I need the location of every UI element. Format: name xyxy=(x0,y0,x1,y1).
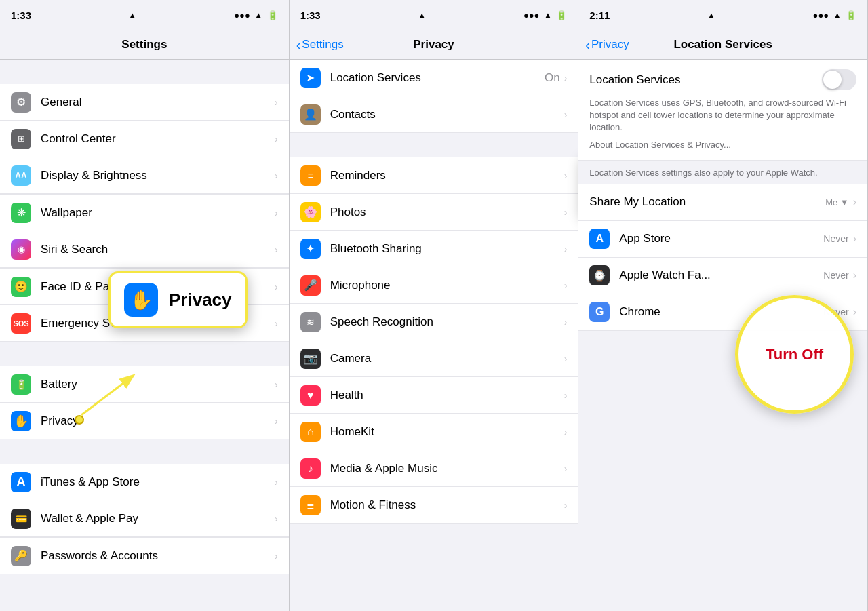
loc-services-link[interactable]: About Location Services & Privacy... xyxy=(589,140,731,150)
microphone-chevron: › xyxy=(564,280,568,291)
general-label: General xyxy=(41,96,275,109)
status-bar-2: 1:33 ▲ ●●● ▲ 🔋 xyxy=(290,0,578,30)
reminders-chevron: › xyxy=(564,170,568,181)
row-wallet[interactable]: 💳 Wallet & Apple Pay › xyxy=(0,500,289,537)
row-reminders[interactable]: ≡ Reminders › xyxy=(290,157,578,194)
turn-off-circle: Turn Off xyxy=(735,295,854,414)
location-label: Location Services xyxy=(330,71,545,85)
status-icons-1: ●●● ▲ 🔋 xyxy=(234,10,277,20)
privacy-yellow-dot xyxy=(75,415,84,427)
toggle-knob xyxy=(823,71,842,89)
row-itunes[interactable]: A iTunes & App Store › xyxy=(0,464,289,500)
battery-icon: 🔋 xyxy=(267,10,278,20)
app-store-row[interactable]: A App Store Never › xyxy=(578,221,867,258)
turn-off-circle-text: Turn Off xyxy=(766,346,823,363)
siri-icon: ◉ xyxy=(11,239,31,260)
display-chevron: › xyxy=(275,170,278,181)
time-2: 1:33 xyxy=(300,9,321,21)
reminders-label: Reminders xyxy=(330,169,564,182)
back-to-privacy[interactable]: ‹ Privacy xyxy=(585,38,629,52)
wallpaper-chevron: › xyxy=(275,208,278,218)
control-center-label: Control Center xyxy=(41,132,275,146)
row-contacts[interactable]: 👤 Contacts › xyxy=(290,96,578,133)
row-wallpaper[interactable]: ❋ Wallpaper › xyxy=(0,195,289,231)
row-privacy[interactable]: ✋ Privacy › xyxy=(0,403,289,439)
share-loc-chevron: › xyxy=(853,196,856,208)
control-center-icon: ⊞ xyxy=(11,129,31,149)
reminders-icon: ≡ xyxy=(300,165,321,186)
nav-title-1: Settings xyxy=(121,38,167,52)
homekit-icon: ⌂ xyxy=(300,422,321,442)
contacts-chevron: › xyxy=(564,109,568,120)
row-location[interactable]: ➤ Location Services On › xyxy=(290,60,578,96)
row-photos[interactable]: 🌸 Photos › xyxy=(290,194,578,231)
row-motion[interactable]: ≣ Motion & Fitness › xyxy=(290,487,578,524)
camera-icon: 📷 xyxy=(300,349,321,369)
row-microphone[interactable]: 🎤 Microphone › xyxy=(290,267,578,304)
nav-bar-3: ‹ Privacy Location Services xyxy=(578,30,867,60)
apple-watch-icon: ⌚ xyxy=(589,265,610,285)
motion-chevron: › xyxy=(564,500,568,511)
app-store-chevron: › xyxy=(853,233,856,245)
photos-label: Photos xyxy=(330,205,564,219)
loc-title-row: Location Services xyxy=(589,69,856,90)
share-my-location-row[interactable]: Share My Location Me ▼ › xyxy=(578,184,867,221)
health-icon: ♥ xyxy=(300,385,321,406)
wallet-chevron: › xyxy=(275,513,278,524)
signal-icon-2: ●●● xyxy=(524,10,540,20)
apple-watch-row[interactable]: ⌚ Apple Watch Fa... Never › xyxy=(578,258,867,294)
speech-label: Speech Recognition xyxy=(330,315,564,329)
panel-privacy: 1:33 ▲ ●●● ▲ 🔋 ‹ Settings Privacy ➤ Loca… xyxy=(290,0,579,611)
media-chevron: › xyxy=(564,463,568,474)
camera-label: Camera xyxy=(330,352,564,366)
emergency-chevron: › xyxy=(275,318,278,329)
speech-chevron: › xyxy=(564,317,568,328)
bluetooth-label: Bluetooth Sharing xyxy=(330,242,564,256)
apple-watch-chevron: › xyxy=(853,269,856,281)
panel-location-services: 2:11 ▲ ●●● ▲ 🔋 ‹ Privacy Location Servic… xyxy=(578,0,868,611)
back-to-settings[interactable]: ‹ Settings xyxy=(296,38,344,52)
display-icon: AA xyxy=(11,165,31,186)
photos-icon: 🌸 xyxy=(300,202,321,222)
microphone-icon: 🎤 xyxy=(300,275,321,296)
row-general[interactable]: ⚙ General › xyxy=(0,84,289,121)
privacy-popup-icon: ✋ xyxy=(124,283,158,317)
nav-bar-2: ‹ Settings Privacy xyxy=(290,30,578,60)
microphone-label: Microphone xyxy=(330,279,564,292)
row-display[interactable]: AA Display & Brightness › xyxy=(0,157,289,194)
row-camera[interactable]: 📷 Camera › xyxy=(290,340,578,377)
wallet-label: Wallet & Apple Pay xyxy=(41,512,275,526)
row-health[interactable]: ♥ Health › xyxy=(290,377,578,414)
wallpaper-label: Wallpaper xyxy=(41,206,275,220)
signal-icon-3: ●●● xyxy=(813,10,829,20)
back-label-3[interactable]: Privacy xyxy=(591,38,629,52)
passwords-icon: 🔑 xyxy=(11,546,31,566)
row-passwords[interactable]: 🔑 Passwords & Accounts › xyxy=(0,538,289,574)
itunes-chevron: › xyxy=(275,477,278,488)
row-control-center[interactable]: ⊞ Control Center › xyxy=(0,121,289,157)
row-homekit[interactable]: ⌂ HomeKit › xyxy=(290,414,578,450)
health-chevron: › xyxy=(564,390,568,401)
chrome-chevron: › xyxy=(853,306,856,318)
loc-services-title: Location Services xyxy=(589,73,680,87)
bluetooth-chevron: › xyxy=(564,243,568,254)
settings-list: ⚙ General › ⊞ Control Center › AA Displa… xyxy=(0,60,289,611)
location-chevron: › xyxy=(564,73,568,83)
app-store-value: Never xyxy=(823,233,848,244)
row-bluetooth[interactable]: ✦ Bluetooth Sharing › xyxy=(290,231,578,267)
row-siri[interactable]: ◉ Siri & Search › xyxy=(0,231,289,268)
back-label-2[interactable]: Settings xyxy=(302,38,343,52)
row-speech[interactable]: ≋ Speech Recognition › xyxy=(290,304,578,340)
battery-label: Battery xyxy=(41,378,275,391)
time-1: 1:33 xyxy=(11,9,31,21)
status-bar-1: 1:33 ▲ ●●● ▲ 🔋 xyxy=(0,0,289,30)
row-battery[interactable]: 🔋 Battery › xyxy=(0,366,289,403)
wallet-icon: 💳 xyxy=(11,509,31,529)
row-media[interactable]: ♪ Media & Apple Music › xyxy=(290,450,578,487)
location-toggle[interactable] xyxy=(822,69,856,90)
photos-chevron: › xyxy=(564,207,568,218)
back-chevron-2: ‹ xyxy=(296,38,301,52)
location-arrow-1: ▲ xyxy=(129,11,137,19)
share-loc-value: Me ▼ xyxy=(825,197,849,208)
nav-bar-1: Settings xyxy=(0,30,289,60)
